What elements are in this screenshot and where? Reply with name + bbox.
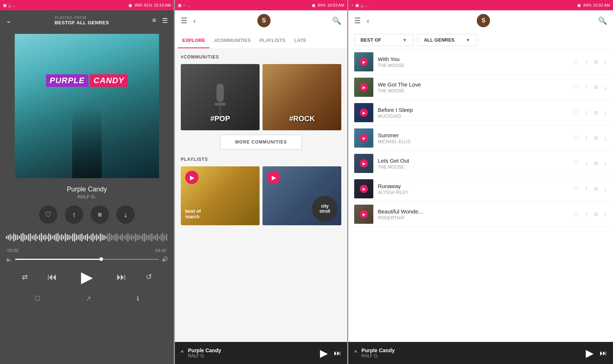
track-play-overlay: ▶ bbox=[360, 83, 368, 91]
mini-play-button[interactable]: ▶ bbox=[320, 347, 328, 359]
download-icon[interactable]: ↓ bbox=[604, 160, 607, 167]
next-button[interactable]: ⏭ bbox=[117, 271, 126, 283]
queue-icon[interactable]: ≡ bbox=[594, 134, 598, 142]
volume-slider[interactable] bbox=[15, 259, 159, 260]
mini-chevron-icon[interactable]: ^ bbox=[181, 350, 184, 356]
download-icon[interactable]: ↓ bbox=[604, 109, 607, 117]
play-pause-button[interactable]: ▶ bbox=[77, 266, 97, 287]
repeat-icon[interactable]: ↺ bbox=[146, 272, 152, 281]
wave-bar bbox=[85, 235, 86, 240]
track-row[interactable]: ▶ Summer MICHAEL ELLIS ♡ ↑ ≡ ↓ bbox=[348, 126, 613, 151]
mini-chevron-icon-p3[interactable]: ^ bbox=[354, 350, 357, 356]
mini-next-button-p3[interactable]: ⏭ bbox=[600, 349, 607, 357]
share-icon[interactable]: ↑ bbox=[585, 58, 588, 66]
like-icon[interactable]: ♡ bbox=[573, 159, 579, 167]
wave-bar bbox=[129, 235, 130, 240]
tab-communities[interactable]: #COMMUNITIES bbox=[209, 33, 255, 48]
wave-bar bbox=[164, 235, 165, 240]
like-icon[interactable]: ♡ bbox=[573, 210, 579, 218]
hamburger-icon-p3[interactable]: ☰ bbox=[354, 16, 361, 25]
wave-bar bbox=[153, 236, 154, 239]
community-card-rock[interactable]: #ROCK bbox=[263, 64, 341, 130]
status-bar-left-p1: ▣ △ ... bbox=[3, 3, 16, 8]
track-actions: ♡ ↑ ≡ ↓ bbox=[573, 109, 607, 117]
play-circle-march[interactable]: ▶ bbox=[185, 171, 198, 184]
more-communities-button[interactable]: MORE COMMUNITIES bbox=[220, 135, 302, 149]
tab-latest[interactable]: LATE bbox=[290, 33, 311, 48]
like-icon[interactable]: ♡ bbox=[573, 109, 579, 117]
queue-icon[interactable]: ≡ bbox=[594, 109, 598, 117]
queue-icon[interactable]: ≡ bbox=[594, 84, 598, 91]
bestof-chevron-icon: ▼ bbox=[402, 38, 407, 43]
queue-icon[interactable]: ≡ bbox=[594, 58, 598, 66]
explore-topbar: ☰ ‹ S 🔍 bbox=[175, 10, 347, 31]
track-row[interactable]: ▶ With You THE MOOSE ♡ ↑ ≡ ↓ bbox=[348, 49, 613, 75]
volume-row: 🔈 🔊 bbox=[0, 255, 174, 264]
wave-bar bbox=[32, 236, 33, 239]
like-icon[interactable]: ♡ bbox=[573, 58, 579, 66]
wave-bar bbox=[94, 235, 95, 240]
mini-play-button-p3[interactable]: ▶ bbox=[586, 347, 594, 359]
wave-bar bbox=[72, 234, 73, 241]
wave-bar bbox=[89, 236, 90, 239]
track-row[interactable]: ▶ We Got The Love THE MOOSE ♡ ↑ ≡ ↓ bbox=[348, 75, 613, 100]
share2-icon[interactable]: ↗ bbox=[86, 294, 91, 303]
track-info-col: Summer MICHAEL ELLIS bbox=[378, 132, 568, 144]
search-icon[interactable]: 🔍 bbox=[332, 16, 341, 25]
search-icon-p3[interactable]: 🔍 bbox=[598, 16, 607, 25]
user-avatar[interactable]: S bbox=[257, 14, 271, 27]
download-icon[interactable]: ↓ bbox=[604, 211, 607, 218]
queue-icon[interactable]: ≡ bbox=[594, 211, 598, 218]
queue-button[interactable]: ≡ bbox=[91, 205, 109, 224]
download-icon[interactable]: ↓ bbox=[604, 185, 607, 193]
share-icon[interactable]: ↑ bbox=[585, 185, 588, 193]
prev-button[interactable]: ⏮ bbox=[47, 271, 57, 283]
tab-explore[interactable]: EXPLORE bbox=[178, 33, 209, 48]
track-info-col: Lets Get Out THE MOOSE bbox=[378, 158, 568, 170]
download-icon[interactable]: ↓ bbox=[604, 84, 607, 91]
user-avatar-p3[interactable]: S bbox=[477, 14, 490, 27]
share-button[interactable]: ↑ bbox=[65, 205, 83, 224]
like-icon[interactable]: ♡ bbox=[573, 83, 579, 91]
wave-bar bbox=[103, 235, 105, 240]
share-icon[interactable]: ↑ bbox=[585, 109, 588, 117]
genres-dropdown[interactable]: ALL GENRES ▼ bbox=[418, 34, 476, 46]
wave-bar bbox=[50, 234, 51, 240]
download-icon[interactable]: ↓ bbox=[604, 134, 607, 142]
queue-icon[interactable]: ≡ bbox=[594, 185, 598, 193]
heart-icon: ♡ bbox=[45, 210, 52, 219]
playlist-card-march[interactable]: ▶ best of march bbox=[181, 166, 260, 225]
like-icon[interactable]: ♡ bbox=[573, 134, 579, 142]
community-card-pop[interactable]: #POP bbox=[181, 64, 260, 130]
download-icon[interactable]: ↓ bbox=[604, 58, 607, 66]
share-icon[interactable]: ↑ bbox=[585, 134, 588, 142]
menu-icon[interactable]: ☰ bbox=[162, 17, 168, 25]
back-icon-p3[interactable]: ‹ bbox=[367, 17, 369, 25]
genres-label: ALL GENRES bbox=[424, 37, 463, 43]
share-icon[interactable]: ↑ bbox=[585, 211, 588, 218]
hamburger-icon[interactable]: ☰ bbox=[181, 16, 187, 25]
queue-icon[interactable]: ≡ bbox=[152, 17, 156, 25]
queue-icon[interactable]: ≡ bbox=[594, 160, 598, 167]
mini-player-p3: ^ Purple Candy RALF G. ▶ ⏭ bbox=[348, 342, 613, 364]
share-icon[interactable]: ↑ bbox=[585, 160, 588, 167]
cast-icon[interactable]: ⎔ bbox=[35, 294, 40, 303]
track-row[interactable]: ▶ Lets Get Out THE MOOSE ♡ ↑ ≡ ↓ bbox=[348, 151, 613, 176]
shuffle-icon[interactable]: ⇄ bbox=[22, 272, 28, 281]
heart-button[interactable]: ♡ bbox=[39, 205, 57, 224]
back-icon[interactable]: ‹ bbox=[193, 17, 196, 25]
download-button[interactable]: ↓ bbox=[116, 205, 135, 224]
mini-next-button[interactable]: ⏭ bbox=[334, 349, 341, 357]
tab-playlists[interactable]: PLAYLISTS bbox=[255, 33, 290, 48]
track-row[interactable]: ▶ Beautiful Wonde... ROGERTHAT ♡ ↑ ≡ ↓ bbox=[348, 202, 613, 227]
wave-bar bbox=[113, 235, 114, 240]
play-circle-city[interactable]: ▶ bbox=[267, 171, 280, 184]
bestof-dropdown[interactable]: BEST OF ▼ bbox=[354, 34, 413, 46]
track-row[interactable]: ▶ Before I Sleep MUCIOJAD ♡ ↑ ≡ ↓ bbox=[348, 100, 613, 126]
playlist-card-city[interactable]: ▶ citystroll bbox=[263, 166, 341, 225]
like-icon[interactable]: ♡ bbox=[573, 185, 579, 193]
share-icon[interactable]: ↑ bbox=[585, 84, 588, 91]
chevron-down-icon[interactable]: ⌄ bbox=[6, 17, 11, 25]
track-row[interactable]: ▶ Runaway ALYSSA RILEY ♡ ↑ ≡ ↓ bbox=[348, 176, 613, 202]
info-icon[interactable]: ℹ bbox=[137, 294, 139, 303]
